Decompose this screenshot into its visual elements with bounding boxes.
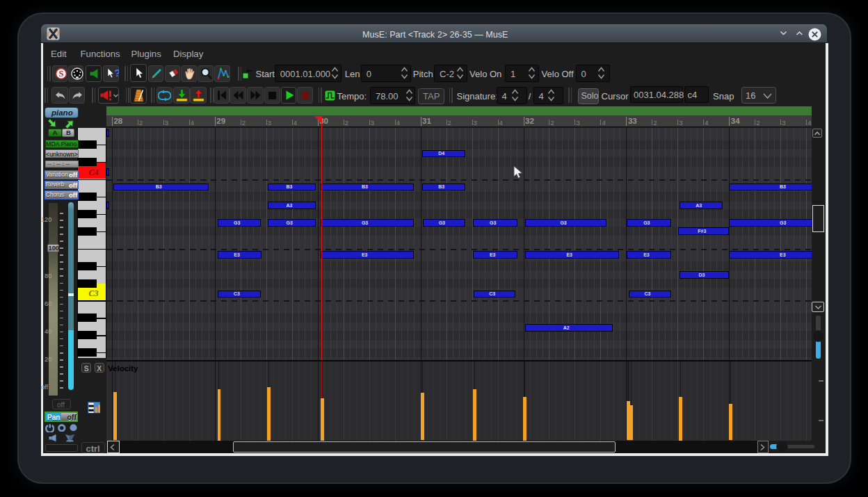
svg-text:S: S: [59, 69, 64, 79]
svg-text:?: ?: [114, 67, 119, 79]
